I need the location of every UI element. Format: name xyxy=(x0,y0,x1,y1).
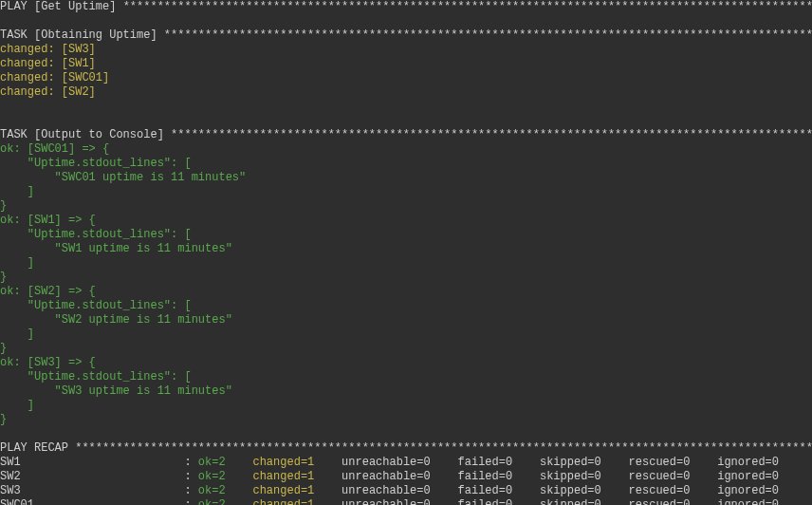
close-bracket: ] xyxy=(0,399,812,413)
recap-changed: changed=1 xyxy=(252,470,314,483)
recap-host: SW3 xyxy=(0,484,21,497)
recap-rescued: rescued=0 xyxy=(629,484,691,497)
recap-unreachable: unreachable=0 xyxy=(341,470,431,483)
blank-line xyxy=(0,427,812,441)
stdout-key: "Uptime.stdout_lines": [ xyxy=(0,157,812,171)
close-bracket: ] xyxy=(0,185,812,199)
recap-changed: changed=1 xyxy=(252,498,314,505)
changed-line: changed: [SW3] xyxy=(0,43,812,57)
close-brace: } xyxy=(0,271,812,285)
recap-ignored: ignored=0 xyxy=(717,470,779,483)
recap-row: SW3 : ok=2 changed=1 unreachable=0 faile… xyxy=(0,484,812,498)
changed-line: changed: [SW1] xyxy=(0,57,812,71)
recap-sep: : xyxy=(184,456,197,469)
ok-line: ok: [SW3] => { xyxy=(0,356,812,370)
recap-failed: failed=0 xyxy=(458,484,513,497)
recap-header: PLAY RECAP *****************************… xyxy=(0,441,812,456)
recap-skipped: skipped=0 xyxy=(540,484,601,497)
play-header: PLAY [Get Uptime] **********************… xyxy=(0,0,812,14)
stdout-key: "Uptime.stdout_lines": [ xyxy=(0,370,812,384)
recap-rescued: rescued=0 xyxy=(629,498,691,505)
recap-host: SWC01 xyxy=(0,498,34,505)
ansible-output-terminal: { "play": { "label": "PLAY [Get Uptime]"… xyxy=(0,0,812,505)
stdout-value: "SW2 uptime is 11 minutes" xyxy=(0,313,812,327)
close-brace: } xyxy=(0,413,812,427)
close-bracket: ] xyxy=(0,327,812,342)
recap-ok: ok=2 xyxy=(198,470,226,483)
changed-line: changed: [SW2] xyxy=(0,85,812,100)
recap-host: SW1 xyxy=(0,456,21,469)
recap-row: SW1 : ok=2 changed=1 unreachable=0 faile… xyxy=(0,456,812,470)
pad xyxy=(21,470,185,483)
recap-rescued: rescued=0 xyxy=(629,470,691,483)
recap-skipped: skipped=0 xyxy=(540,456,601,469)
recap-rescued: rescued=0 xyxy=(629,456,691,469)
recap-ignored: ignored=0 xyxy=(717,456,779,469)
changed-line: changed: [SWC01] xyxy=(0,71,812,85)
recap-skipped: skipped=0 xyxy=(540,470,601,483)
stdout-value: "SW1 uptime is 11 minutes" xyxy=(0,242,812,256)
recap-ok: ok=2 xyxy=(198,484,226,497)
pad xyxy=(34,498,184,505)
recap-ok: ok=2 xyxy=(198,498,226,505)
recap-sep: : xyxy=(184,470,197,483)
ok-line: ok: [SW1] => { xyxy=(0,214,812,228)
recap-sep: : xyxy=(184,498,197,505)
recap-ignored: ignored=0 xyxy=(717,498,779,505)
close-brace: } xyxy=(0,199,812,214)
recap-sep: : xyxy=(184,484,197,497)
recap-failed: failed=0 xyxy=(458,498,513,505)
recap-changed: changed=1 xyxy=(252,456,314,469)
pad xyxy=(21,484,185,497)
stdout-key: "Uptime.stdout_lines": [ xyxy=(0,228,812,242)
stdout-value: "SW3 uptime is 11 minutes" xyxy=(0,384,812,399)
ok-line: ok: [SW2] => { xyxy=(0,285,812,299)
recap-unreachable: unreachable=0 xyxy=(341,484,431,497)
recap-changed: changed=1 xyxy=(252,484,314,497)
recap-row: SWC01 : ok=2 changed=1 unreachable=0 fai… xyxy=(0,498,812,505)
recap-ok: ok=2 xyxy=(198,456,226,469)
recap-unreachable: unreachable=0 xyxy=(341,456,431,469)
recap-skipped: skipped=0 xyxy=(540,498,601,505)
stdout-value: "SWC01 uptime is 11 minutes" xyxy=(0,171,812,185)
recap-row: SW2 : ok=2 changed=1 unreachable=0 faile… xyxy=(0,470,812,484)
ok-line: ok: [SWC01] => { xyxy=(0,142,812,157)
task-uptime-header: TASK [Obtaining Uptime] ****************… xyxy=(0,28,812,43)
task-console-header: TASK [Output to Console] ***************… xyxy=(0,128,812,142)
pad xyxy=(21,456,185,469)
close-bracket: ] xyxy=(0,256,812,271)
recap-host: SW2 xyxy=(0,470,21,483)
recap-unreachable: unreachable=0 xyxy=(341,498,431,505)
blank-line xyxy=(0,100,812,114)
recap-ignored: ignored=0 xyxy=(717,484,779,497)
recap-failed: failed=0 xyxy=(458,470,513,483)
close-brace: } xyxy=(0,342,812,356)
blank-line xyxy=(0,114,812,128)
blank-line xyxy=(0,14,812,28)
stdout-key: "Uptime.stdout_lines": [ xyxy=(0,299,812,313)
recap-failed: failed=0 xyxy=(458,456,513,469)
